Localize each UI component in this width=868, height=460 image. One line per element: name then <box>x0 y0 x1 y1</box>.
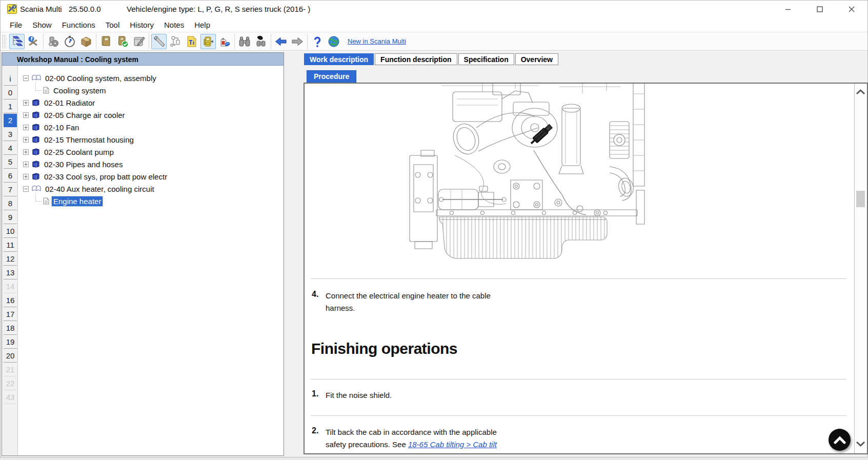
tree-item-02-30-pipes-and-hoses[interactable]: 02-30 Pipes and hoses <box>18 158 284 170</box>
menu-functions[interactable]: Functions <box>57 19 100 31</box>
tree-item-02-01-radiator[interactable]: 02-01 Radiator <box>18 96 284 109</box>
scroll-down-icon[interactable] <box>856 440 865 449</box>
menu-history[interactable]: History <box>125 19 159 31</box>
expand-icon[interactable] <box>23 149 29 155</box>
toolbar-group <box>7 34 44 49</box>
index-tab-20[interactable]: 20 <box>4 349 17 363</box>
app-window: Scania Multi 25.50.0.0 Vehicle/engine ty… <box>0 0 868 457</box>
toolbar-button-book-check[interactable] <box>115 34 130 49</box>
toolbar-button-oil[interactable] <box>217 34 232 49</box>
tree-connector <box>35 83 42 91</box>
tree-item-02-00-cooling-system-assembly[interactable]: 02-00 Cooling system, assembly <box>18 72 284 84</box>
toolbar-button-package[interactable] <box>78 34 94 49</box>
expand-icon[interactable] <box>23 174 29 179</box>
toolbar-button-truck[interactable] <box>200 34 216 49</box>
toolbar-button-forward-arrow[interactable] <box>290 34 305 49</box>
index-tab-19[interactable]: 19 <box>4 335 17 349</box>
section-heading: Finishing operations <box>311 340 457 357</box>
expand-icon[interactable] <box>23 137 29 143</box>
subtab-procedure[interactable]: Procedure <box>307 70 356 83</box>
tree-item-02-40-aux-heater-cooling-circuit[interactable]: 02-40 Aux heater, cooling circuit <box>18 183 284 195</box>
toolbar-group <box>96 34 149 49</box>
index-tab-8[interactable]: 8 <box>4 197 17 210</box>
toolbar-button-help[interactable] <box>310 34 325 49</box>
toolbar-grip-handle[interactable] <box>3 35 5 48</box>
notes-icon <box>133 35 145 48</box>
minimize-button[interactable] <box>772 1 804 17</box>
index-tab-5[interactable]: 5 <box>4 155 17 169</box>
index-tab-16[interactable]: 16 <box>4 294 17 307</box>
scroll-up-icon[interactable] <box>856 88 865 97</box>
toolbar-button-ti-document[interactable] <box>184 34 199 49</box>
tree-connector <box>35 194 42 202</box>
close-button[interactable] <box>836 1 867 17</box>
binoculars-dark-icon <box>255 35 267 48</box>
tree-item-02-15-thermostat-housing[interactable]: 02-15 Thermostat housing <box>18 133 284 146</box>
expand-icon[interactable] <box>23 125 29 130</box>
index-tab-i[interactable]: i <box>4 72 17 86</box>
toolbar-button-binoculars-dark[interactable] <box>253 34 269 49</box>
menu-file[interactable]: File <box>5 19 27 31</box>
toolbar-button-globe[interactable] <box>326 34 341 49</box>
back-arrow-icon <box>275 35 287 48</box>
toolbar-button-notes[interactable] <box>131 34 147 49</box>
index-tab-0[interactable]: 0 <box>4 86 17 99</box>
menu-help[interactable]: Help <box>189 19 215 31</box>
index-tab-6[interactable]: 6 <box>4 169 17 183</box>
tree-item-cooling-system[interactable]: Cooling system <box>18 84 284 96</box>
expand-icon[interactable] <box>23 100 29 106</box>
title-bar: Scania Multi 25.50.0.0 Vehicle/engine ty… <box>1 1 867 17</box>
menu-notes[interactable]: Notes <box>159 19 189 31</box>
wrench-icon <box>153 35 165 48</box>
toolbar-button-stopwatch[interactable] <box>62 34 77 49</box>
tab-specification[interactable]: Specification <box>458 53 514 65</box>
index-tab-22: 22 <box>4 377 17 390</box>
index-tab-17[interactable]: 17 <box>4 308 17 321</box>
expand-icon[interactable] <box>23 112 29 118</box>
index-tab-3[interactable]: 3 <box>4 128 17 141</box>
step-text: Tilt back the cab in accordance with the… <box>326 426 502 453</box>
tab-function-description[interactable]: Function description <box>375 53 457 65</box>
index-tab-13[interactable]: 13 <box>4 266 17 279</box>
menu-show[interactable]: Show <box>27 19 57 31</box>
navigation-tree-icon <box>11 35 23 48</box>
tree-item-engine-heater[interactable]: Engine heater <box>18 195 284 207</box>
cab-tilt-reference-link[interactable]: 18-65 Cab tilting > Cab tilt system. <box>326 440 497 453</box>
book-open-icon <box>32 185 41 192</box>
index-tab-4[interactable]: 4 <box>4 142 17 155</box>
expand-icon[interactable] <box>23 162 29 167</box>
toolbar-button-back-arrow[interactable] <box>273 34 289 49</box>
index-tab-2[interactable]: 2 <box>4 114 17 127</box>
index-tab-10[interactable]: 10 <box>4 225 17 238</box>
scrollbar-thumb[interactable] <box>856 191 865 207</box>
new-in-scania-multi-link[interactable]: New in Scania Multi <box>348 37 406 45</box>
maximize-button[interactable] <box>804 1 836 17</box>
index-tab-11[interactable]: 11 <box>4 238 17 252</box>
collapse-icon[interactable] <box>23 186 29 192</box>
tree-item-02-33-cool-sys-prop-batt-pow-electr[interactable]: 02-33 Cool sys, prop batt pow electr <box>18 170 284 183</box>
content-scrollbar[interactable] <box>854 84 867 453</box>
toolbar-button-diagram[interactable] <box>168 34 183 49</box>
tree-item-02-10-fan[interactable]: 02-10 Fan <box>18 121 284 133</box>
index-tab-18[interactable]: 18 <box>4 322 17 335</box>
toolbar-group <box>308 34 344 49</box>
document-icon <box>43 87 49 94</box>
toolbar-button-navigation-tree[interactable] <box>9 34 25 49</box>
book-icon <box>100 35 112 48</box>
back-to-top-button[interactable] <box>829 429 851 451</box>
toolbar-button-info-tools[interactable] <box>26 34 41 49</box>
toolbar-button-wrench[interactable] <box>151 34 167 49</box>
tab-work-description[interactable]: Work description <box>304 53 374 65</box>
tree-item-02-05-charge-air-cooler[interactable]: 02-05 Charge air cooler <box>18 109 284 121</box>
index-tab-9[interactable]: 9 <box>4 211 17 224</box>
tab-overview[interactable]: Overview <box>515 53 558 65</box>
toolbar-button-parts[interactable] <box>46 34 61 49</box>
tree-item-02-25-coolant-pump[interactable]: 02-25 Coolant pump <box>18 146 284 158</box>
index-tab-1[interactable]: 1 <box>4 100 17 113</box>
index-tab-12[interactable]: 12 <box>4 252 17 266</box>
toolbar-button-binoculars[interactable] <box>237 34 252 49</box>
collapse-icon[interactable] <box>23 75 29 81</box>
menu-tool[interactable]: Tool <box>100 19 125 31</box>
toolbar-button-book[interactable] <box>98 34 114 49</box>
index-tab-7[interactable]: 7 <box>4 183 17 196</box>
